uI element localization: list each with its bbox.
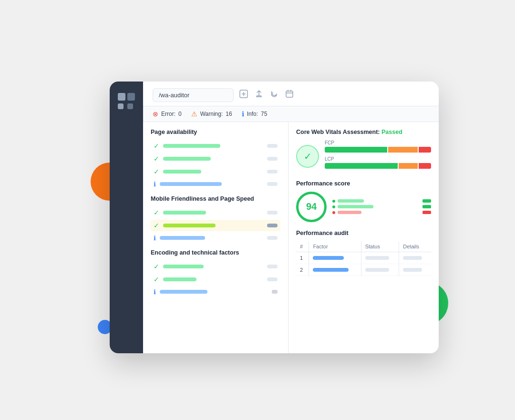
check-icon-green: ✓ [154,222,159,229]
cwv-header: Core Web Vitals Assessment: Passed [296,129,431,135]
url-row [153,88,429,102]
perf-item-2 [332,205,378,208]
url-input[interactable] [153,88,234,102]
check-row: ✓ [151,140,280,152]
left-panel: Page availability ✓ ✓ [143,122,288,353]
logo-block-3 [118,103,124,109]
perf-header: Performance score [296,180,431,187]
perf-item-1 [332,199,378,203]
error-label: Error: [161,111,175,117]
audit-num-1: 1 [296,252,309,264]
fcp-red-seg [419,147,431,153]
lcp-row: LCP [325,156,431,169]
info-label: Info: [247,111,258,117]
status-bar: ⊗ Error: 0 ⚠ Warning: 16 ℹ Info: 75 [143,106,439,122]
url-bar-area [143,82,439,106]
section-title-page-availability: Page availability [151,129,280,135]
small-stub [272,290,278,294]
error-value: 0 [178,111,182,117]
cwv-status: Passed [381,129,402,135]
bar-container [163,157,278,161]
cwv-bars: FCP LCP [325,140,431,173]
details-stub-1 [403,256,422,260]
check-row: ✓ [151,274,280,285]
logo-block-4 [127,103,133,109]
fcp-label: FCP [325,140,431,145]
check-row: ✓ [151,166,280,177]
perf-dot-green [332,200,335,203]
bar-placeholder [163,211,206,215]
right-stub [267,170,278,174]
warning-value: 16 [226,111,232,117]
audit-header: Performance audit [296,230,431,236]
bar-container [163,277,278,281]
share-icon[interactable] [255,90,263,100]
content-grid: Page availability ✓ ✓ [143,122,439,353]
check-icon-green: ✓ [154,276,159,283]
score-number: 94 [306,201,317,212]
sidebar [110,82,143,353]
browser-window: ⊗ Error: 0 ⚠ Warning: 16 ℹ Info: 75 [110,82,439,353]
bar-placeholder [160,236,205,240]
perf-items [332,199,431,214]
warning-icon: ⚠ [191,110,197,118]
details-stub-2 [403,268,422,272]
bar-placeholder [163,157,211,161]
check-row: ✓ [151,207,280,218]
svg-rect-3 [286,91,293,97]
audit-status-1 [361,252,399,264]
bar-container [163,170,278,174]
right-stub [267,144,278,148]
bar-container [163,224,278,227]
perf-dot-green-2 [332,205,335,208]
col-factor: Factor [309,241,361,252]
bar-placeholder [163,265,204,268]
factor-bar-1 [313,256,344,260]
cwv-checkmark: ✓ [304,151,312,162]
info-icon-blue: ℹ [154,235,156,242]
cwv-title: Core Web Vitals Assessment: [296,129,380,135]
perf-dash-green [422,199,431,203]
section-title-encoding: Encoding and technical factors [151,249,280,256]
fcp-green-seg [325,147,387,153]
bar-placeholder-hl [163,224,216,227]
right-stub [267,277,278,281]
schedule-icon[interactable] [285,90,294,100]
audit-details-1 [399,252,431,264]
right-stub [267,211,278,215]
section-title-mobile: Mobile Friendliness and Page Speed [151,195,280,202]
perf-bar-red [338,211,361,214]
perf-dash-item-3 [386,211,432,214]
check-icon-green: ✓ [154,155,159,163]
info-value: 75 [261,111,267,117]
right-stub [267,236,278,240]
logo-block-1 [118,93,125,101]
lcp-red-seg [419,163,431,169]
error-icon: ⊗ [153,110,158,118]
audit-status-2 [361,264,399,276]
audit-section: Performance audit # Factor Status Detail… [296,230,431,276]
audit-factor-2 [309,264,361,276]
fcp-row: FCP [325,140,431,153]
col-status: Status [361,241,399,252]
sidebar-logo [118,93,135,109]
audit-num-2: 2 [296,264,309,276]
bar-placeholder [160,290,207,294]
bar-container [163,211,278,215]
check-row: ℹ [151,287,280,297]
bar-container [163,144,278,148]
refresh-icon[interactable] [270,90,278,100]
bar-container [163,265,278,268]
info-icon-blue: ℹ [154,181,156,188]
audit-details-2 [399,264,431,276]
bar-container [160,182,278,186]
perf-dash-green-2 [422,205,431,208]
perf-dash-item-2 [386,205,432,208]
warning-label: Warning: [200,111,223,117]
cwv-section: Core Web Vitals Assessment: Passed ✓ FCP [296,129,431,173]
bar-container [160,236,278,240]
audit-factor-1 [309,252,361,264]
add-icon[interactable] [239,90,248,100]
lcp-green-seg [325,163,398,169]
audit-table: # Factor Status Details 1 [296,241,431,276]
